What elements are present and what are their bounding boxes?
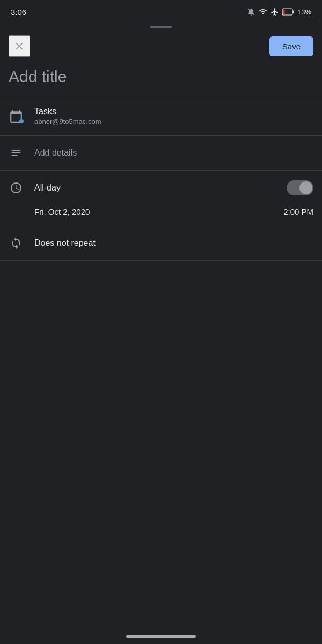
status-icons: 13% bbox=[247, 8, 311, 16]
tasks-title: Tasks bbox=[34, 107, 313, 116]
status-time: 3:06 bbox=[11, 8, 26, 17]
repeat-row[interactable]: Does not repeat bbox=[0, 226, 322, 260]
repeat-icon bbox=[10, 237, 23, 250]
divider-4 bbox=[0, 260, 322, 261]
tasks-row[interactable]: Tasks abner@9to5mac.com bbox=[0, 97, 322, 135]
time-text[interactable]: 2:00 PM bbox=[283, 207, 313, 216]
mute-icon bbox=[247, 8, 255, 16]
tasks-row-content: Tasks abner@9to5mac.com bbox=[34, 107, 313, 126]
allday-row: All-day bbox=[0, 171, 322, 205]
status-bar: 3:06 13% bbox=[0, 0, 322, 21]
details-icon bbox=[10, 147, 22, 159]
battery-icon bbox=[282, 8, 294, 16]
close-button[interactable] bbox=[9, 35, 30, 57]
wifi-icon bbox=[259, 8, 267, 16]
repeat-icon-wrap bbox=[9, 236, 24, 251]
clock-icon bbox=[10, 181, 23, 194]
calendar-icon-wrap bbox=[9, 109, 24, 124]
drag-handle[interactable] bbox=[0, 21, 322, 30]
airplane-icon bbox=[270, 8, 279, 16]
header: Save bbox=[0, 30, 322, 65]
datetime-row: Fri, Oct 2, 2020 2:00 PM bbox=[0, 205, 322, 226]
allday-label: All-day bbox=[34, 183, 61, 193]
battery-percent: 13% bbox=[297, 8, 311, 16]
svg-rect-2 bbox=[292, 11, 294, 13]
details-row[interactable]: Add details bbox=[0, 136, 322, 170]
tasks-subtitle: abner@9to5mac.com bbox=[34, 118, 313, 126]
toggle-thumb bbox=[299, 181, 312, 194]
title-section bbox=[0, 65, 322, 97]
details-icon-wrap bbox=[9, 145, 24, 160]
calendar-dot bbox=[19, 119, 24, 123]
allday-toggle-container: All-day bbox=[34, 180, 313, 195]
home-indicator bbox=[126, 635, 196, 638]
date-text[interactable]: Fri, Oct 2, 2020 bbox=[34, 207, 90, 216]
close-icon bbox=[13, 40, 25, 52]
repeat-label: Does not repeat bbox=[34, 238, 96, 248]
svg-rect-3 bbox=[283, 10, 284, 14]
clock-icon-wrap bbox=[9, 180, 24, 195]
details-placeholder: Add details bbox=[34, 148, 77, 158]
save-button[interactable]: Save bbox=[269, 36, 313, 56]
title-input[interactable] bbox=[9, 68, 313, 86]
allday-toggle[interactable] bbox=[287, 180, 313, 195]
